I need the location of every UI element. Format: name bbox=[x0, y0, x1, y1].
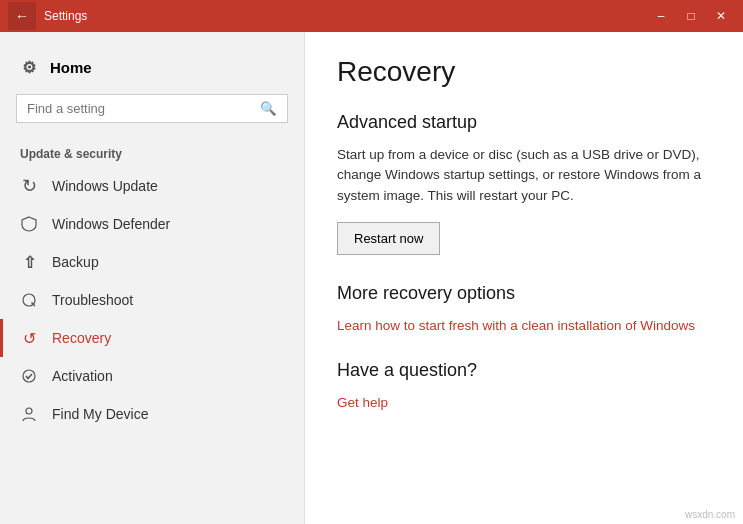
nav-label: Backup bbox=[52, 254, 99, 270]
search-box: 🔍 bbox=[16, 94, 288, 123]
sidebar-item-recovery[interactable]: ↺ Recovery bbox=[0, 319, 304, 357]
backup-icon: ⇧ bbox=[20, 253, 38, 271]
content-area: Recovery Advanced startup Start up from … bbox=[305, 32, 743, 524]
back-button[interactable]: ← bbox=[8, 2, 36, 30]
search-input[interactable] bbox=[17, 95, 250, 122]
have-a-question-title: Have a question? bbox=[337, 360, 711, 381]
maximize-button[interactable]: □ bbox=[677, 2, 705, 30]
recovery-icon: ↺ bbox=[20, 329, 38, 347]
more-recovery-title: More recovery options bbox=[337, 283, 711, 304]
sidebar-item-troubleshoot[interactable]: Troubleshoot bbox=[0, 281, 304, 319]
close-button[interactable]: ✕ bbox=[707, 2, 735, 30]
sidebar-item-find-my-device[interactable]: Find My Device bbox=[0, 395, 304, 433]
watermark: wsxdn.com bbox=[685, 509, 735, 520]
sidebar: ⚙ Home 🔍 Update & security ↻ Windows Upd… bbox=[0, 32, 305, 524]
nav-label: Find My Device bbox=[52, 406, 148, 422]
section-label: Update & security bbox=[0, 139, 304, 167]
home-label: Home bbox=[50, 59, 92, 76]
window-controls: – □ ✕ bbox=[647, 2, 735, 30]
nav-label: Activation bbox=[52, 368, 113, 384]
sidebar-home[interactable]: ⚙ Home bbox=[0, 48, 304, 86]
svg-point-3 bbox=[26, 408, 32, 414]
nav-label: Windows Defender bbox=[52, 216, 170, 232]
restart-now-button[interactable]: Restart now bbox=[337, 222, 440, 255]
advanced-startup-title: Advanced startup bbox=[337, 112, 711, 133]
sidebar-item-windows-defender[interactable]: Windows Defender bbox=[0, 205, 304, 243]
nav-label: Windows Update bbox=[52, 178, 158, 194]
app-body: ⚙ Home 🔍 Update & security ↻ Windows Upd… bbox=[0, 32, 743, 524]
nav-label: Recovery bbox=[52, 330, 111, 346]
titlebar-title: Settings bbox=[44, 9, 647, 23]
nav-label: Troubleshoot bbox=[52, 292, 133, 308]
sidebar-item-windows-update[interactable]: ↻ Windows Update bbox=[0, 167, 304, 205]
svg-point-2 bbox=[23, 370, 35, 382]
minimize-button[interactable]: – bbox=[647, 2, 675, 30]
get-help-link[interactable]: Get help bbox=[337, 393, 388, 413]
windows-defender-icon bbox=[20, 215, 38, 233]
back-icon: ← bbox=[15, 8, 29, 24]
sidebar-item-backup[interactable]: ⇧ Backup bbox=[0, 243, 304, 281]
search-button[interactable]: 🔍 bbox=[250, 95, 287, 122]
home-icon: ⚙ bbox=[20, 58, 38, 76]
troubleshoot-icon bbox=[20, 291, 38, 309]
activation-icon bbox=[20, 367, 38, 385]
page-title: Recovery bbox=[337, 56, 711, 88]
windows-update-icon: ↻ bbox=[20, 177, 38, 195]
titlebar: ← Settings – □ ✕ bbox=[0, 0, 743, 32]
clean-install-link[interactable]: Learn how to start fresh with a clean in… bbox=[337, 316, 695, 336]
search-icon: 🔍 bbox=[260, 101, 277, 116]
sidebar-item-activation[interactable]: Activation bbox=[0, 357, 304, 395]
advanced-startup-desc: Start up from a device or disc (such as … bbox=[337, 145, 711, 206]
find-my-device-icon bbox=[20, 405, 38, 423]
